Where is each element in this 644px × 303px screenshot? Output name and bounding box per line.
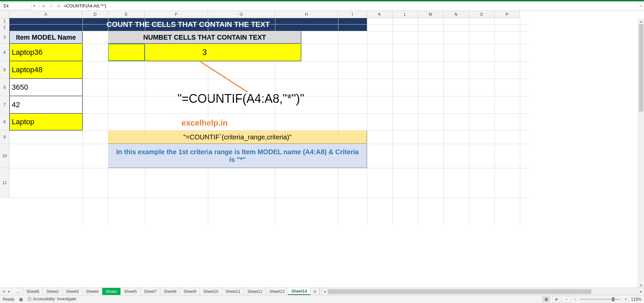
zoom-in-button[interactable]: + — [623, 297, 628, 302]
macro-record-icon[interactable]: ▦ — [19, 297, 23, 302]
tab-prev-icon[interactable]: ◄ — [2, 290, 5, 293]
item-header-text: Item MODEL Name — [16, 34, 76, 41]
zoom-level[interactable]: 115% — [631, 297, 641, 302]
title-banner: COUNT THE CELLS THAT CONTAIN THE TEXT — [9, 18, 367, 31]
column-header[interactable]: H — [275, 11, 338, 18]
explanation-box: In this example the 1st criteria range i… — [108, 144, 367, 168]
result-cell[interactable]: 3 — [108, 44, 301, 61]
scroll-left-icon[interactable]: ◄ — [322, 290, 328, 293]
page-break-view-button[interactable]: ▭ — [562, 296, 570, 302]
row-header[interactable]: 11 — [0, 168, 9, 198]
formula-bar-icons: ✕ ✓ fx — [41, 4, 62, 8]
column-header[interactable]: K — [367, 11, 392, 18]
sheet-tab[interactable]: Sheet9 — [180, 288, 200, 295]
sheet-tab[interactable]: Sheet13 — [266, 288, 288, 295]
column-header[interactable]: N — [443, 11, 469, 18]
add-sheet-button[interactable]: ⊕ — [311, 288, 319, 295]
name-box[interactable]: E4 — [1, 2, 32, 10]
column-header[interactable]: P — [494, 11, 520, 18]
sheet-tabs: Sheet6Sheet2Sheet3Sheet4ShoesSheet5Sheet… — [23, 288, 311, 295]
zoom-slider-knob[interactable] — [612, 297, 614, 301]
scroll-thumb[interactable] — [639, 24, 643, 112]
item-cell[interactable]: Laptop — [9, 114, 83, 130]
sheet-tab[interactable]: Sheet4 — [83, 288, 102, 295]
row-header[interactable]: 3 — [0, 31, 9, 44]
row-header[interactable]: 8 — [0, 114, 9, 130]
sheet-tab[interactable]: Sheet2 — [43, 288, 63, 295]
name-box-dropdown-icon[interactable]: ▼ — [32, 4, 37, 8]
sheet-tab[interactable]: Sheet8 — [160, 288, 180, 295]
hscroll-track[interactable] — [328, 289, 638, 294]
row-header[interactable]: 5 — [0, 61, 9, 79]
result-header-cell: NUMBET CELLS THAT CONTAIN TEXT — [108, 31, 301, 44]
column-header[interactable]: E — [108, 11, 145, 18]
tab-next-icon[interactable]: ► — [7, 290, 11, 293]
fx-icon[interactable]: fx — [57, 4, 60, 8]
select-all-button[interactable] — [0, 11, 9, 18]
tab-nav: ◄ ► — [0, 288, 13, 295]
status-mode: Ready — [3, 297, 14, 302]
syntax-box: "=COUNTIF`(criteria_range,criteria)" — [108, 130, 367, 144]
item-cell[interactable]: Laptop48 — [9, 61, 83, 79]
tab-overflow[interactable]: ... — [13, 288, 23, 295]
row-header[interactable]: 7 — [0, 96, 9, 114]
status-bar: Ready ▦ ⓘAccessibility: Investigate ▦ ▤ … — [0, 295, 644, 303]
column-header[interactable]: M — [418, 11, 443, 18]
zoom-slider[interactable] — [580, 299, 621, 300]
vertical-scrollbar[interactable]: ▲ ▼ — [638, 19, 644, 288]
row-header[interactable]: 1 — [0, 18, 9, 24]
formula-display: "=COUNTIF(A4:A8,"*")" — [137, 90, 345, 107]
row-headers: 1234567891011 — [0, 18, 9, 198]
column-header[interactable]: D — [83, 11, 108, 18]
formula-bar: E4 ▼ ✕ ✓ fx ▾ — [0, 1, 644, 11]
row-header[interactable]: 10 — [0, 144, 9, 168]
item-cell[interactable]: 42 — [9, 96, 83, 114]
enter-icon[interactable]: ✓ — [49, 4, 53, 8]
result-value: 3 — [202, 48, 207, 57]
sheet-tab[interactable]: Sheet12 — [244, 288, 266, 295]
scroll-up-icon[interactable]: ▲ — [638, 19, 644, 24]
accessibility-status[interactable]: ⓘAccessibility: Investigate — [28, 296, 76, 302]
formula-bar-expand-icon[interactable]: ▾ — [638, 1, 644, 10]
normal-view-button[interactable]: ▦ — [542, 296, 550, 302]
scroll-right-icon[interactable]: ► — [638, 290, 644, 293]
row-header[interactable]: 9 — [0, 130, 9, 144]
sheet-tab[interactable]: Sheet7 — [141, 288, 160, 295]
item-cell[interactable]: Laptop36 — [9, 44, 83, 61]
sheet-tab[interactable]: Sheet5 — [121, 288, 141, 295]
cell-reference: E4 — [4, 4, 9, 8]
sheet-tab[interactable]: Sheet11 — [222, 288, 244, 295]
sheet-tab[interactable]: Sheet6 — [23, 288, 43, 295]
result-header-text: NUMBET CELLS THAT CONTAIN TEXT — [143, 34, 266, 41]
cancel-icon[interactable]: ✕ — [41, 4, 46, 8]
row-header[interactable]: 6 — [0, 79, 9, 96]
item-header-cell: Item MODEL Name — [9, 31, 83, 44]
sheet-tabs-bar: ◄ ► ... Sheet6Sheet2Sheet3Sheet4ShoesShe… — [0, 288, 644, 295]
sheet-tab[interactable]: Sheet10 — [200, 288, 222, 295]
item-cell[interactable]: 3650 — [9, 79, 83, 96]
sheet-tab[interactable]: Shoes — [102, 288, 121, 295]
column-header[interactable]: O — [469, 11, 494, 18]
spreadsheet-grid: ADEFGHIKLMNOP 1234567891011 COUNT THE CE… — [0, 11, 644, 226]
formula-input[interactable] — [62, 3, 638, 9]
column-header[interactable]: L — [392, 11, 418, 18]
horizontal-scrollbar[interactable]: ◄ ► — [321, 288, 644, 295]
row-header[interactable]: 4 — [0, 44, 9, 61]
sheet-tab[interactable]: Sheet3 — [63, 288, 83, 295]
page-layout-view-button[interactable]: ▤ — [552, 296, 560, 302]
column-header[interactable]: F — [145, 11, 208, 18]
column-header[interactable]: A — [9, 11, 83, 18]
separator — [39, 3, 39, 9]
watermark: excelhelp.in — [108, 116, 301, 130]
svg-line-0 — [201, 62, 248, 92]
column-header[interactable]: I — [338, 11, 367, 18]
sheet-tab[interactable]: Sheet14 — [288, 288, 311, 295]
hscroll-thumb[interactable] — [328, 289, 591, 294]
title-text: COUNT THE CELLS THAT CONTAIN THE TEXT — [107, 20, 270, 29]
row-header[interactable]: 2 — [0, 24, 9, 31]
column-headers: ADEFGHIKLMNOP — [9, 11, 520, 18]
zoom-out-button[interactable]: − — [573, 297, 578, 302]
column-header[interactable]: G — [208, 11, 275, 18]
